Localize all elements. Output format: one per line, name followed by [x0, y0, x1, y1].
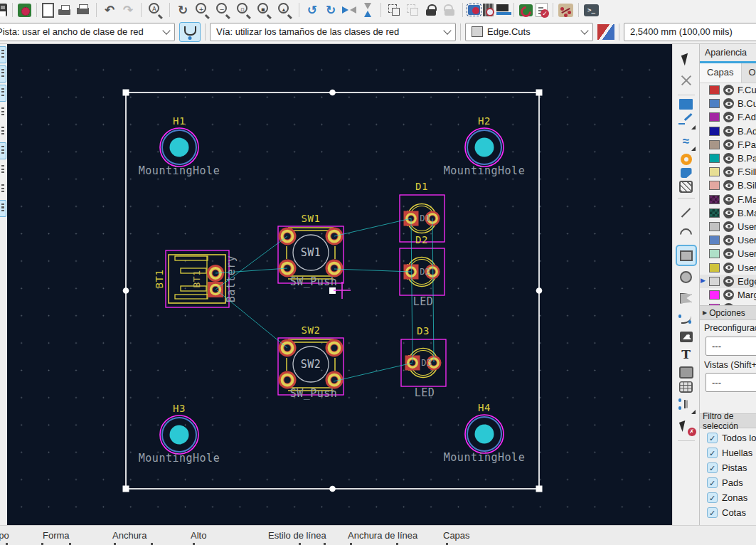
search-library-button-icon[interactable] [483, 4, 494, 16]
visibility-eye-icon[interactable] [723, 139, 734, 150]
visibility-eye-icon[interactable] [723, 263, 734, 273]
layer-row-edge-cuts[interactable]: ▶Edge.Cuts [700, 275, 756, 288]
layer-row-b-adhesive[interactable]: B.Adhesive [700, 125, 756, 138]
group-button-icon[interactable] [386, 2, 402, 18]
zoom-out-button-icon[interactable]: − [214, 1, 232, 19]
drc-button-icon[interactable] [536, 3, 548, 17]
grid-style-toggle-icon[interactable] [0, 65, 6, 83]
active-layer-select[interactable]: Edge.Cuts [465, 23, 593, 41]
layer-row-b-paste[interactable]: B.Paste [700, 152, 756, 165]
layer-color-swatch[interactable] [709, 263, 720, 272]
checkbox-checked-icon[interactable]: ✓ [707, 462, 718, 473]
local-ratsnest-tool-icon[interactable] [677, 71, 696, 90]
tab-capas[interactable]: Capas [700, 63, 742, 83]
add-via-tool-icon[interactable] [681, 154, 692, 165]
layer-color-swatch[interactable] [709, 85, 720, 95]
layer-row-margin[interactable]: Margin [700, 288, 756, 302]
visibility-eye-icon[interactable] [723, 85, 734, 95]
visibility-eye-icon[interactable] [723, 208, 734, 218]
redo-button-icon[interactable]: ↷ [120, 2, 136, 18]
rotate-cw-button-icon[interactable]: ↻ [323, 2, 339, 18]
options-section-header[interactable]: ▶ Opciones [700, 305, 756, 320]
rotate-ccw-button-icon[interactable]: ↺ [304, 2, 320, 18]
add-filled-zone-tool-icon[interactable] [681, 168, 692, 178]
layer-pair-icon[interactable] [597, 24, 614, 40]
layer-color-swatch[interactable] [709, 236, 720, 245]
pcb-canvas[interactable]: H1MountingHoleH2MountingHoleH3MountingHo… [7, 44, 672, 525]
units-inches-toggle-icon[interactable] [0, 104, 6, 121]
page-settings-button-icon[interactable] [42, 3, 54, 18]
route-tracks-tool-icon[interactable] [677, 111, 696, 129]
layer-color-swatch[interactable] [709, 167, 720, 176]
flip-horizontal-button-icon[interactable] [341, 2, 357, 18]
units-mm-toggle-icon[interactable] [0, 142, 6, 159]
visibility-eye-icon[interactable] [723, 153, 734, 164]
draw-circle-tool-icon[interactable] [677, 268, 696, 286]
layer-color-swatch[interactable] [709, 112, 720, 122]
plot-button-icon[interactable] [75, 2, 91, 18]
layer-row-user-drawings[interactable]: User.Drawings [700, 220, 756, 233]
ratsnest-visibility-toggle-icon[interactable] [0, 181, 6, 198]
add-table-tool-icon[interactable] [679, 381, 693, 393]
layer-row-f-paste[interactable]: F.Paste [700, 138, 756, 152]
add-rule-area-tool-icon[interactable] [679, 181, 693, 193]
layer-row-f-cu[interactable]: F.Cu [700, 83, 756, 97]
layer-color-swatch[interactable] [709, 222, 720, 231]
layer-color-swatch[interactable] [709, 99, 720, 108]
visibility-eye-icon[interactable] [723, 166, 734, 177]
track-width-select[interactable]: Pista: usar el ancho de clase de red [0, 23, 175, 41]
layer-row-b-mask[interactable]: B.Mask [700, 206, 756, 220]
layer-color-swatch[interactable] [709, 181, 720, 190]
visibility-eye-icon[interactable] [723, 235, 734, 245]
draw-arc-tool-icon[interactable] [677, 225, 696, 243]
add-image-tool-icon[interactable] [680, 332, 693, 342]
undo-button-icon[interactable]: ↶ [102, 2, 117, 18]
visibility-eye-icon[interactable] [723, 248, 734, 259]
draw-polygon-tool-icon[interactable] [677, 289, 696, 307]
checkbox-checked-icon[interactable]: ✓ [707, 433, 718, 443]
lock-button-icon[interactable] [423, 2, 439, 18]
presets-select[interactable]: --- [706, 337, 756, 356]
layer-color-swatch[interactable] [709, 208, 720, 218]
grid-dots-toggle-icon[interactable] [0, 46, 6, 63]
layer-color-swatch[interactable] [709, 195, 720, 204]
refresh-button-icon[interactable]: ↻ [175, 2, 191, 18]
board-stackup-button-icon[interactable] [496, 4, 509, 16]
visibility-eye-icon[interactable] [723, 290, 734, 300]
layer-color-swatch[interactable] [709, 140, 720, 149]
layer-row-f-silkscreen[interactable]: F.Silkscreen [700, 165, 756, 179]
via-size-select[interactable]: Vía: utilizar los tamaños de las clases … [210, 23, 456, 41]
scripting-console-button-icon[interactable]: >_ [584, 4, 599, 16]
checkbox-checked-icon[interactable]: ✓ [707, 492, 718, 503]
highlight-net-button-icon[interactable] [558, 4, 573, 17]
draw-line-tool-icon[interactable] [677, 203, 696, 222]
checkbox-checked-icon[interactable]: ✓ [707, 448, 718, 458]
layer-row-user-eco1[interactable]: User.Eco1 [700, 247, 756, 260]
flip-vertical-button-icon[interactable] [360, 2, 376, 18]
dimension-tool-icon[interactable] [677, 396, 696, 414]
tab-objetos[interactable]: Objetos [742, 63, 756, 83]
update-pcb-from-schematic-button-icon[interactable] [519, 4, 533, 16]
add-footprint-tool-icon[interactable] [681, 100, 691, 108]
layer-color-swatch[interactable] [709, 127, 720, 136]
curved-ratsnest-toggle-icon[interactable] [0, 200, 6, 217]
layer-row-f-adhesive[interactable]: F.Adhesive [700, 110, 756, 124]
board-setup-button-icon[interactable] [18, 4, 31, 17]
layer-color-swatch[interactable] [709, 277, 720, 286]
layer-color-swatch[interactable] [709, 290, 720, 300]
delete-tool-icon[interactable] [677, 417, 696, 435]
visibility-eye-icon[interactable] [723, 276, 734, 287]
draw-bezier-tool-icon[interactable] [677, 310, 696, 329]
cursor-shape-toggle-icon[interactable] [0, 162, 6, 179]
layer-row-user-comments[interactable]: User.Comments [700, 233, 756, 247]
grid-select[interactable]: 2,5400 mm (100,00 mils) [624, 23, 756, 41]
add-textbox-tool-icon[interactable] [679, 366, 693, 379]
save-button-icon[interactable] [0, 4, 7, 16]
layer-color-swatch[interactable] [709, 154, 720, 163]
ungroup-button-icon[interactable] [405, 2, 420, 18]
draw-rectangle-tool-icon[interactable] [677, 246, 696, 265]
edit-footprint-button-icon[interactable] [468, 5, 480, 15]
visibility-eye-icon[interactable] [723, 126, 734, 137]
visibility-eye-icon[interactable] [723, 180, 734, 191]
checkbox-checked-icon[interactable]: ✓ [707, 477, 718, 488]
